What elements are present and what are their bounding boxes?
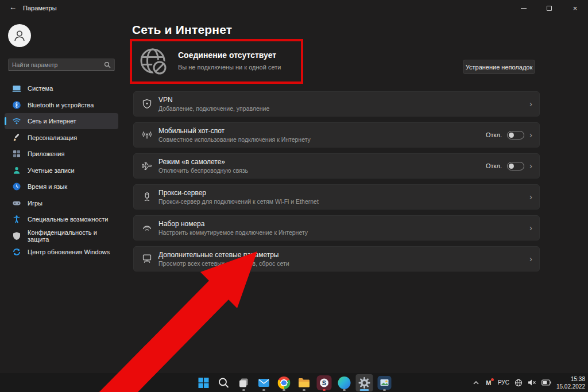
back-icon[interactable]: ← <box>9 3 17 11</box>
sidebar-item-accessibility[interactable]: Специальные возможности <box>5 211 118 227</box>
hotspot-toggle-off[interactable] <box>507 131 524 139</box>
row-subtitle: Совместное использование подключения к И… <box>158 136 311 143</box>
chevron-right-icon: › <box>529 130 532 140</box>
avatar[interactable] <box>8 24 31 47</box>
battery-icon[interactable] <box>541 379 551 386</box>
selection-indicator <box>5 117 6 125</box>
proxy-icon <box>142 192 152 202</box>
sidebar-item-label: Специальные возможности <box>28 216 108 223</box>
task-view-icon <box>238 377 250 389</box>
chevron-right-icon: › <box>529 254 532 264</box>
toggle-label: Откл. <box>486 162 502 169</box>
windows-logo-icon <box>198 377 210 389</box>
tray-date: 15.02.2022 <box>556 383 585 390</box>
edge-app-button[interactable] <box>336 374 353 391</box>
sidebar-item-label: Учетные записи <box>28 167 75 174</box>
sidebar-item-privacy[interactable]: Конфиденциальность и защита <box>5 228 118 244</box>
search-icon <box>104 61 111 68</box>
network-adapters-icon <box>142 254 152 264</box>
sidebar-item-personalization[interactable]: Персонализация <box>5 130 118 146</box>
sidebar-item-windows-update[interactable]: Центр обновления Windows <box>5 244 118 260</box>
sidebar-item-label: Конфиденциальность и защита <box>28 229 118 243</box>
sidebar-item-label: Центр обновления Windows <box>28 249 110 255</box>
system-icon <box>12 84 21 93</box>
apps-icon <box>12 149 21 158</box>
photos-app-button[interactable] <box>376 374 393 391</box>
notification-indicator <box>323 389 326 391</box>
search-box <box>8 59 115 71</box>
wifi-icon <box>12 117 21 126</box>
network-offline-icon[interactable] <box>514 379 523 387</box>
svg-text:S: S <box>322 379 326 386</box>
notification-dot <box>491 378 494 381</box>
settings-app-button[interactable] <box>356 374 373 391</box>
row-mobile-hotspot[interactable]: Мобильный хот-спот Совместное использова… <box>133 122 540 148</box>
tray-app-icon[interactable]: M <box>485 379 493 387</box>
sidebar-item-system[interactable]: Система <box>5 80 118 96</box>
sber-icon: S <box>317 375 332 390</box>
connection-status-title: Соединение отсутствует <box>178 51 276 60</box>
toggle-label: Откл. <box>486 131 502 138</box>
file-explorer-button[interactable] <box>296 374 313 391</box>
task-view-button[interactable] <box>235 374 253 391</box>
row-proxy[interactable]: Прокси-сервер Прокси-сервер для подключе… <box>133 184 540 209</box>
mail-icon <box>258 377 270 389</box>
window-controls: × <box>510 0 588 16</box>
taskbar-apps: S <box>195 373 393 392</box>
sidebar-item-label: Персонализация <box>28 134 77 141</box>
account-icon <box>12 166 21 175</box>
photos-icon <box>378 376 392 390</box>
chrome-app-button[interactable] <box>276 374 293 391</box>
airplane-icon <box>142 161 152 171</box>
gear-icon <box>358 377 371 389</box>
sidebar-nav: Система Bluetooth и устройства Сеть и Ин… <box>5 80 118 261</box>
person-icon <box>12 28 27 43</box>
sidebar-item-gaming[interactable]: Игры <box>5 195 118 211</box>
running-indicator <box>303 389 305 391</box>
row-vpn[interactable]: VPN Добавление, подключение, управление … <box>133 91 540 117</box>
sidebar-item-accounts[interactable]: Учетные записи <box>5 162 118 178</box>
globe-offline-icon <box>138 46 170 78</box>
volume-muted-icon[interactable] <box>528 379 536 386</box>
accessibility-icon <box>12 215 21 224</box>
taskbar-search-button[interactable] <box>215 374 233 391</box>
settings-window: ← Параметры × Система Bluetooth и устрой… <box>0 0 588 392</box>
sber-app-button[interactable]: S <box>316 374 333 391</box>
taskbar-clock[interactable]: 15:38 15.02.2022 <box>556 375 585 390</box>
sidebar-item-label: Приложения <box>28 150 64 157</box>
active-indicator <box>360 389 369 391</box>
start-button[interactable] <box>195 374 212 391</box>
chevron-right-icon: › <box>529 99 532 109</box>
row-dialup[interactable]: Набор номера Настроить коммутируемое под… <box>133 215 540 240</box>
row-title: Набор номера <box>158 220 308 228</box>
row-airplane-mode[interactable]: Режим «в самолете» Отключить беспроводну… <box>133 153 540 178</box>
troubleshoot-button[interactable]: Устранение неполадок <box>463 60 535 74</box>
edge-icon <box>338 377 351 389</box>
sidebar-item-label: Система <box>28 85 53 92</box>
search-input[interactable] <box>9 61 104 68</box>
running-indicator <box>283 389 285 391</box>
sidebar-item-bluetooth[interactable]: Bluetooth и устройства <box>5 97 118 113</box>
sidebar-item-network[interactable]: Сеть и Интернет <box>5 113 118 129</box>
sidebar-item-apps[interactable]: Приложения <box>5 146 118 162</box>
row-advanced-network[interactable]: Дополнительные сетевые параметры Просмот… <box>133 246 540 271</box>
airplane-toggle-off[interactable] <box>507 162 524 170</box>
sidebar-item-time-language[interactable]: Время и язык <box>5 178 118 195</box>
row-title: Режим «в самолете» <box>158 158 248 166</box>
window-title: Параметры <box>23 5 57 11</box>
chrome-icon <box>278 377 291 389</box>
toggle-knob <box>509 164 514 169</box>
minimize-button[interactable] <box>510 0 536 16</box>
row-title: Прокси-сервер <box>158 189 319 197</box>
row-title: Дополнительные сетевые параметры <box>158 251 289 259</box>
maximize-button[interactable] <box>536 0 562 16</box>
language-indicator[interactable]: РУС <box>498 379 509 386</box>
chevron-right-icon: › <box>529 223 532 233</box>
close-button[interactable]: × <box>562 0 588 16</box>
sidebar-item-label: Игры <box>28 200 42 207</box>
titlebar: ← Параметры × <box>0 0 588 16</box>
tray-chevron-up-icon[interactable] <box>473 380 479 386</box>
mail-app-button[interactable] <box>256 374 273 391</box>
row-subtitle: Добавление, подключение, управление <box>158 105 269 112</box>
clock-icon <box>12 182 21 191</box>
